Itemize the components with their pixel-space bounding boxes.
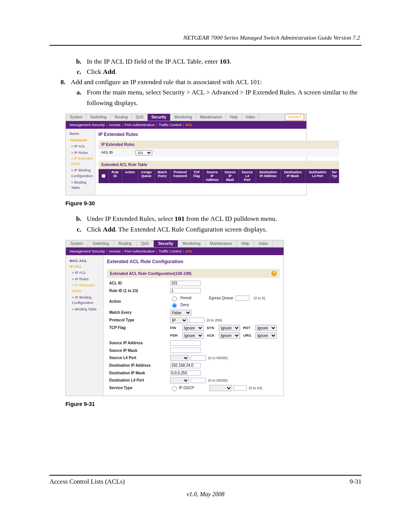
sidebar-item-ip-rules[interactable]: » IP Rules (70, 276, 101, 283)
dst-ip-label: Destination IP Address (109, 363, 170, 369)
action-deny-label: Deny (180, 302, 189, 308)
src-ip-input[interactable] (170, 340, 201, 346)
flag-urg-select[interactable]: Ignore (255, 332, 277, 339)
step-text: Under IP Extended Rules, select (87, 215, 175, 222)
src-l4-hint: (0 to 65535) (206, 355, 228, 361)
step-marker: a. (65, 87, 87, 108)
sidebar-item-ip-acl[interactable]: » IP ACL (70, 143, 93, 150)
tab-system[interactable]: System (66, 114, 86, 121)
step-text: Click (87, 68, 103, 75)
src-l4-input[interactable] (191, 355, 206, 361)
tab-maintenance[interactable]: Maintenance (196, 114, 226, 121)
src-mask-input[interactable] (170, 348, 201, 353)
subtab-mgmt-security[interactable]: Management Security (70, 249, 105, 254)
subtab-port-auth[interactable]: Port Authentication (124, 122, 155, 128)
flag-syn-select[interactable]: Ignore (219, 325, 240, 331)
step-marker: b. (65, 214, 87, 224)
dst-mask-input[interactable] (170, 370, 201, 375)
sidebar-basic-heading: Basic (70, 131, 93, 137)
figure-9-31: System Switching Routing QoS Security Mo… (65, 240, 362, 396)
tab-switching[interactable]: Switching (88, 240, 114, 247)
tab-qos[interactable]: QoS (132, 114, 148, 121)
subtab-acl[interactable]: ACL (185, 122, 193, 128)
protocol-type-select[interactable]: IP (170, 317, 188, 323)
tab-qos[interactable]: QoS (137, 240, 154, 247)
action-deny-radio[interactable] (172, 303, 177, 308)
fig30-ui: System Switching Routing QoS Security Mo… (65, 113, 307, 195)
tcp-flag-label: TCP Flag (109, 325, 170, 331)
sidebar-item-ip-ext-rules[interactable]: » IP Extended Rules (70, 282, 101, 294)
dst-l4-input[interactable] (191, 378, 206, 383)
tab-switching[interactable]: Switching (86, 114, 111, 121)
flag-psh-select[interactable]: Ignore (182, 332, 204, 339)
help-icon[interactable]: ? (271, 271, 277, 276)
sidebar-ip-acl-heading[interactable]: IP ACL (70, 264, 101, 270)
sidebar-item-binding-table[interactable]: » Binding Table (70, 306, 101, 313)
action-permit-radio[interactable] (172, 296, 177, 301)
step-bold: 101 (175, 215, 185, 222)
egress-queue-input[interactable] (236, 296, 249, 301)
acl-id-input[interactable] (170, 281, 201, 286)
page-footer: Access Control Lists (ACLs) 9-31 v1.0, M… (49, 475, 362, 498)
figure-caption-30: Figure 9-30 (65, 199, 362, 208)
subtab-acl[interactable]: ACL (185, 249, 193, 254)
tab-routing[interactable]: Routing (114, 240, 136, 247)
rule-id-input[interactable] (170, 288, 201, 293)
tab-maintenance[interactable]: Maintenance (206, 240, 237, 247)
header-rule (49, 45, 362, 46)
footer-page-number: 9-31 (350, 478, 362, 486)
sidebar-item-ip-binding-config[interactable]: » IP Binding Configuration (70, 167, 93, 179)
flag-ack-select[interactable]: Ignore (219, 332, 240, 339)
sidebar-item-binding-table[interactable]: » Binding Table (70, 179, 93, 191)
tab-index[interactable]: Index (254, 240, 273, 247)
service-dscp-select[interactable] (209, 385, 232, 391)
figure-9-30: System Switching Routing QoS Security Mo… (65, 113, 362, 195)
protocol-hint: (0 to 255) (204, 318, 222, 323)
subtab-traffic-control[interactable]: Traffic Control (159, 249, 181, 254)
subtab-access[interactable]: Access (109, 249, 121, 254)
sidebar-item-ip-acl[interactable]: » IP ACL (70, 270, 101, 276)
tab-monitoring[interactable]: Monitoring (170, 114, 196, 121)
figure-caption-31: Figure 9-31 (65, 400, 362, 408)
flag-rst-label: RST (243, 325, 253, 331)
subtab-access[interactable]: Access (109, 122, 121, 128)
tab-index[interactable]: Index (242, 114, 259, 121)
tab-system[interactable]: System (66, 240, 88, 247)
tab-security[interactable]: Security (148, 114, 170, 121)
tab-help[interactable]: Help (226, 114, 242, 121)
dst-l4-select[interactable] (170, 377, 189, 383)
src-l4-select[interactable] (170, 355, 189, 361)
tab-monitoring[interactable]: Monitoring (178, 240, 206, 247)
match-every-select[interactable]: False (170, 310, 191, 316)
sidebar-item-ip-ext-rules[interactable]: » IP Extended Rules (70, 156, 93, 167)
acl-id-select[interactable]: 101 (135, 150, 152, 155)
step-text: from the ACL ID pulldown menu. (185, 215, 277, 222)
step-8b: b. Under IP Extended Rules, select 101 f… (65, 214, 362, 224)
rule-id-label: Rule ID (1 to 23) (109, 288, 170, 294)
tab-security[interactable]: Security (154, 240, 178, 247)
flag-fin-select[interactable]: Ignore (182, 325, 204, 331)
action-label: Action (109, 299, 170, 305)
sidebar-mac-acl-heading[interactable]: MAC ACL (70, 258, 101, 264)
dst-ip-input[interactable] (170, 363, 201, 368)
sidebar-item-ip-binding-config[interactable]: » IP Binding Configuration (70, 294, 101, 306)
main-panel: IP Extended Rules IP Extended Rules ACL … (96, 129, 342, 195)
step-bold: 103 (220, 58, 229, 65)
sidebar-advanced-heading[interactable]: Advanced (70, 137, 93, 143)
instruction-list: b. In the IP ACL ID field of the IP ACL … (49, 56, 362, 409)
sidebar-item-ip-rules[interactable]: » IP Rules (70, 150, 93, 156)
service-type-radio[interactable] (172, 386, 177, 391)
flag-rst-select[interactable]: Ignore (255, 325, 277, 331)
sidebar: Basic Advanced » IP ACL » IP Rules » IP … (66, 129, 96, 195)
logout-button[interactable]: LOGOUT (285, 114, 304, 120)
subtab-port-auth[interactable]: Port Authentication (124, 249, 155, 254)
subtab-traffic-control[interactable]: Traffic Control (159, 122, 181, 128)
subtab-mgmt-security[interactable]: Management Security (70, 122, 105, 128)
th-service-type: Ser Typ (330, 169, 339, 183)
panel-title-2: Extended ACL Rule Table (99, 161, 339, 169)
tab-help[interactable]: Help (237, 240, 254, 247)
protocol-number-input[interactable] (189, 318, 204, 323)
th-checkbox[interactable] (99, 169, 109, 183)
tab-routing[interactable]: Routing (111, 114, 132, 121)
service-dscp-input[interactable] (234, 385, 247, 391)
